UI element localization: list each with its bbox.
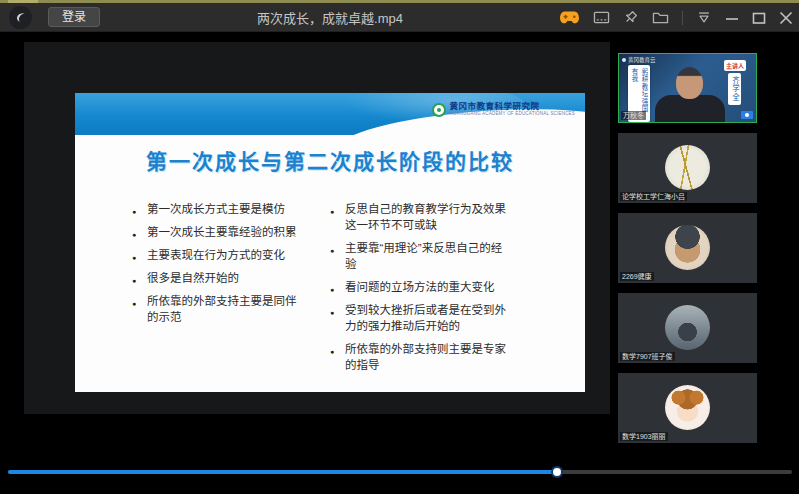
participant-avatar xyxy=(665,305,710,350)
left-bullet-list: 第一次成长方式主要是模仿 第一次成长主要靠经验的积累 主要表现在行为方式的变化 … xyxy=(147,201,299,380)
slide-header-band: 黄冈市教育科学研究院 HUANGGANG ACADEMY OF EDUCATIO… xyxy=(75,93,585,135)
participant-name-label: 数学1903丽丽 xyxy=(620,432,668,441)
org-name: 黄冈市教育科学研究院 xyxy=(450,102,575,111)
bullet-item: 所依靠的外部支持主要是同伴的示范 xyxy=(147,293,299,325)
org-logo-icon xyxy=(432,103,446,117)
participant-name-label: 论学校工学仁海小吕 xyxy=(620,192,687,201)
bullet-item: 主要表现在行为方式的变化 xyxy=(147,247,299,263)
bullet-item: 所依靠的外部支持则主要是专家的指导 xyxy=(345,341,507,373)
progress-played xyxy=(8,470,557,474)
org-badge: 黄冈市教育科学研究院 HUANGGANG ACADEMY OF EDUCATIO… xyxy=(432,102,575,117)
pin-on-top-icon[interactable] xyxy=(623,10,639,26)
speaker-name-tag: 齐学全 xyxy=(728,73,741,105)
main-menu-icon[interactable] xyxy=(696,10,712,25)
participant-avatar xyxy=(665,225,710,270)
video-stage: 黄冈市教育科学研究院 HUANGGANG ACADEMY OF EDUCATIO… xyxy=(0,32,799,494)
speaker-head xyxy=(676,67,703,99)
speaker-body xyxy=(655,95,725,123)
participant-avatar xyxy=(665,385,710,430)
bullet-item: 第一次成长主要靠经验的积累 xyxy=(147,224,299,240)
window-title: 两次成长，成就卓越.mp4 xyxy=(180,8,480,27)
bullet-item: 第一次成长方式主要是模仿 xyxy=(147,201,299,217)
participant-thumbnail: 数学1903丽丽 xyxy=(618,373,757,443)
participant-thumbnail: 2269健康 xyxy=(618,213,757,283)
video-watermark: 黄冈教育云 xyxy=(622,56,656,64)
app-logo-icon[interactable] xyxy=(9,6,32,29)
bullet-item: 主要靠“用理论”来反思自己的经验 xyxy=(345,240,507,272)
titlebar-divider xyxy=(682,11,683,25)
participant-name-label: 数学7907班子俊 xyxy=(620,352,675,361)
speaker-role-tag: 主讲人 xyxy=(724,60,746,71)
bullet-item: 受到较大挫折后或者是在受到外力的强力推动后开始的 xyxy=(345,302,507,334)
game-center-icon[interactable] xyxy=(559,10,580,25)
bullet-item: 看问题的立场方法的重大变化 xyxy=(345,279,507,295)
close-button[interactable] xyxy=(779,11,793,25)
speaker-video-thumbnail: 黄冈教育云 躬耕教坛强国有我 主讲人 齐学全 万秋冬 xyxy=(618,53,757,123)
participant-avatar xyxy=(665,145,710,190)
bullet-item: 很多是自然开始的 xyxy=(147,270,299,286)
mini-mode-icon[interactable] xyxy=(593,10,610,25)
maximize-button[interactable] xyxy=(752,11,766,25)
slide-columns: 第一次成长方式主要是模仿 第一次成长主要靠经验的积累 主要表现在行为方式的变化 … xyxy=(75,201,585,380)
participant-thumbnail: 数学7907班子俊 xyxy=(618,293,757,363)
minimize-button[interactable] xyxy=(725,11,739,25)
progress-knob[interactable] xyxy=(551,466,563,478)
participant-thumbnail: 论学校工学仁海小吕 xyxy=(618,133,757,203)
meeting-logo-icon xyxy=(741,111,753,119)
seek-bar[interactable] xyxy=(8,465,792,477)
bullet-item: 反思自己的教育教学行为及效果这一环节不可或缺 xyxy=(345,201,507,233)
open-file-icon[interactable] xyxy=(652,10,669,25)
screen-share-area: 黄冈市教育科学研究院 HUANGGANG ACADEMY OF EDUCATIO… xyxy=(24,42,610,414)
player-window: 登录 两次成长，成就卓越.mp4 xyxy=(0,0,799,494)
org-subtitle: HUANGGANG ACADEMY OF EDUCATIONAL SCIENCE… xyxy=(450,111,575,117)
presentation-slide: 黄冈市教育科学研究院 HUANGGANG ACADEMY OF EDUCATIO… xyxy=(75,93,585,392)
participants-sidebar: 黄冈教育云 躬耕教坛强国有我 主讲人 齐学全 万秋冬 论学校工学仁海小吕 226… xyxy=(618,32,757,494)
right-bullet-list: 反思自己的教育教学行为及效果这一环节不可或缺 主要靠“用理论”来反思自己的经验 … xyxy=(345,201,507,380)
login-button[interactable]: 登录 xyxy=(48,7,100,27)
titlebar: 登录 两次成长，成就卓越.mp4 xyxy=(0,3,799,32)
participant-name-label: 2269健康 xyxy=(620,272,654,281)
speaker-banner: 主讲人 齐学全 xyxy=(724,60,746,105)
participant-name-label: 万秋冬 xyxy=(621,111,646,120)
slide-title: 第一次成长与第二次成长阶段的比较 xyxy=(75,145,585,175)
